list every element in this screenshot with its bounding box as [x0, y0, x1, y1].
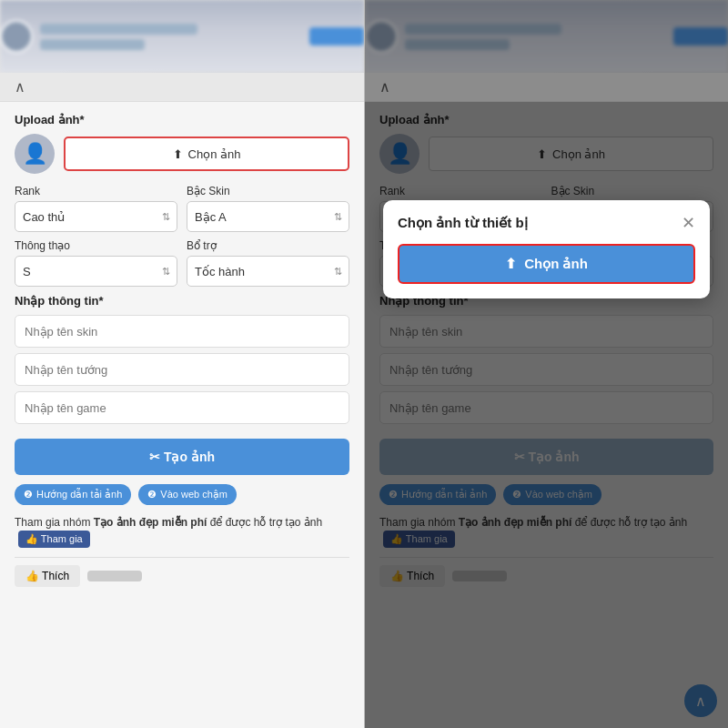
- bottom-links-left: ❷ Hướng dẫn tải ảnh ❷ Vào web chậm: [15, 484, 349, 505]
- modal-box: Chọn ảnh từ thiết bị ✕ ⬆ Chọn ảnh: [383, 200, 710, 298]
- right-panel: ∧ Upload ảnh* 👤 ⬆ Chọn ảnh Rank Cao thủ …: [364, 0, 728, 728]
- thong-thao-group-left: Thông thạo S: [15, 239, 177, 287]
- modal-header: Chọn ảnh từ thiết bị ✕: [398, 215, 695, 231]
- share-placeholder-left: [87, 571, 142, 581]
- form-left: Upload ảnh* 👤 ⬆ Chọn ảnh Rank Cao thủ Bậ…: [0, 102, 364, 728]
- bac-skin-select-left[interactable]: Bậc A: [187, 201, 349, 232]
- modal-choose-photo-label: Chọn ảnh: [524, 256, 588, 272]
- choose-photo-button-left[interactable]: ⬆ Chọn ảnh: [64, 136, 349, 171]
- rank-group-left: Rank Cao thủ: [15, 185, 177, 232]
- modal-upload-icon: ⬆: [505, 256, 517, 272]
- collapse-button-left[interactable]: ∧: [0, 73, 364, 102]
- left-panel: ∧ Upload ảnh* 👤 ⬆ Chọn ảnh Rank Cao thủ …: [0, 0, 364, 728]
- create-button-left[interactable]: ✂ Tạo ảnh: [15, 439, 349, 475]
- guide-icon-left: ❷: [24, 489, 33, 500]
- bo-tro-select-wrapper-left[interactable]: Tốc hành: [187, 256, 349, 287]
- upload-icon-left: ⬆: [173, 147, 183, 161]
- bac-skin-label-left: Bậc Skin: [187, 185, 349, 197]
- slow-web-button-left[interactable]: ❷ Vào web chậm: [138, 484, 237, 505]
- nhap-thong-tin-label-left: Nhập thông tin*: [15, 294, 349, 308]
- upload-label-left: Upload ảnh*: [15, 113, 349, 126]
- bac-skin-group-left: Bậc Skin Bậc A: [187, 185, 349, 232]
- bac-skin-select-wrapper-left[interactable]: Bậc A: [187, 201, 349, 232]
- bo-tro-label-left: Bổ trợ: [187, 239, 349, 252]
- choose-photo-label-left: Chọn ảnh: [188, 147, 241, 161]
- modal-choose-photo-button[interactable]: ⬆ Chọn ảnh: [398, 244, 695, 284]
- like-button-left[interactable]: 👍 Thích: [15, 565, 80, 587]
- join-button-left[interactable]: 👍 Tham gia: [18, 531, 90, 548]
- modal-close-button[interactable]: ✕: [682, 215, 695, 231]
- modal-overlay: Chọn ảnh từ thiết bị ✕ ⬆ Chọn ảnh: [365, 0, 728, 728]
- rank-select-left[interactable]: Cao thủ: [15, 201, 177, 232]
- bo-tro-select-left[interactable]: Tốc hành: [187, 256, 349, 287]
- slow-web-icon-left: ❷: [147, 489, 157, 500]
- modal-title: Chọn ảnh từ thiết bị: [398, 215, 528, 231]
- tuong-name-input-left[interactable]: [15, 353, 349, 386]
- guide-button-left[interactable]: ❷ Hướng dẫn tải ảnh: [15, 484, 131, 505]
- thong-thao-label-left: Thông thạo: [15, 239, 177, 252]
- slow-web-label-left: Vào web chậm: [160, 489, 228, 500]
- thong-thao-select-left[interactable]: S: [15, 256, 177, 287]
- promo-text-left: Tham gia nhóm Tạo ảnh đẹp miễn phí để đư…: [15, 514, 349, 548]
- avatar-placeholder-left: 👤: [15, 134, 55, 174]
- guide-label-left: Hướng dẫn tải ảnh: [36, 489, 122, 500]
- thong-thao-bo-tro-row-left: Thông thạo S Bổ trợ Tốc hành: [15, 239, 349, 287]
- top-bar-left: [0, 0, 364, 73]
- upload-area-left: 👤 ⬆ Chọn ảnh: [15, 134, 349, 174]
- bo-tro-group-left: Bổ trợ Tốc hành: [187, 239, 349, 287]
- game-name-input-left[interactable]: [15, 391, 349, 424]
- skin-name-input-left[interactable]: [15, 315, 349, 348]
- rank-select-wrapper-left[interactable]: Cao thủ: [15, 201, 177, 232]
- rank-label-left: Rank: [15, 185, 177, 197]
- like-bar-left: 👍 Thích: [15, 557, 349, 587]
- thong-thao-select-wrapper-left[interactable]: S: [15, 256, 177, 287]
- rank-bac-row-left: Rank Cao thủ Bậc Skin Bậc A: [15, 185, 349, 232]
